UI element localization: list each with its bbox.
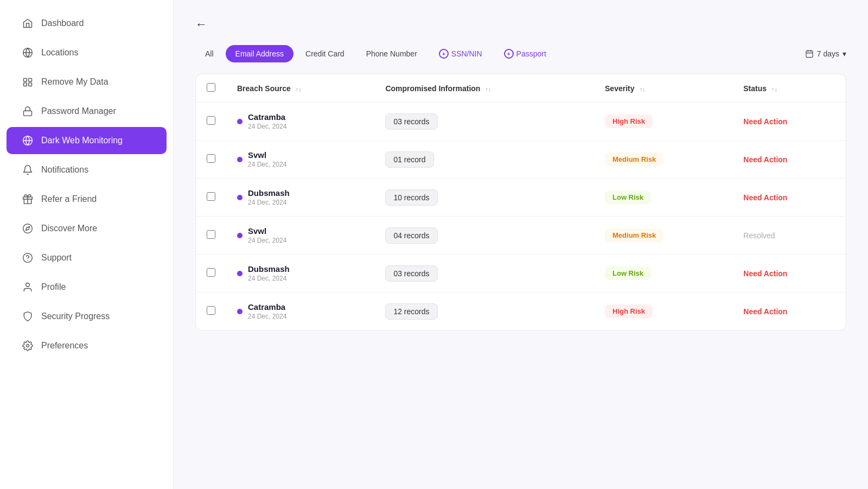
status-label-5: Need Action bbox=[743, 269, 787, 278]
col-breach-source[interactable]: Breach Source ↑↓ bbox=[226, 74, 374, 103]
records-badge-4: 04 records bbox=[385, 227, 437, 244]
source-name-3: Dubsmash bbox=[248, 188, 290, 198]
records-badge-6: 12 records bbox=[385, 303, 437, 320]
status-label-1: Need Action bbox=[743, 117, 787, 126]
date-filter-button[interactable]: 7 days ▾ bbox=[805, 49, 846, 58]
sidebar-label-support: Support bbox=[41, 253, 72, 263]
row-checkbox-cell-2 bbox=[196, 141, 226, 179]
filter-tab-ssn[interactable]: +SSN/NIN bbox=[429, 45, 492, 63]
records-cell-2: 01 record bbox=[374, 141, 594, 179]
severity-badge-3: Low Risk bbox=[605, 190, 651, 204]
compass-icon bbox=[22, 223, 34, 234]
col-compromised-info[interactable]: Compromised Information ↑↓ bbox=[374, 74, 594, 103]
select-all-checkbox[interactable] bbox=[207, 83, 215, 92]
records-cell-5: 03 records bbox=[374, 255, 594, 293]
severity-badge-5: Low Risk bbox=[605, 266, 651, 280]
lock-icon bbox=[22, 105, 34, 117]
status-cell-1: Need Action bbox=[732, 103, 846, 141]
status-label-2: Need Action bbox=[743, 155, 787, 164]
sidebar-item-refer-a-friend[interactable]: Refer a Friend bbox=[7, 186, 167, 213]
sidebar-item-locations[interactable]: Locations bbox=[7, 39, 167, 66]
date-filter-label: 7 days bbox=[817, 49, 839, 58]
row-checkbox-4[interactable] bbox=[207, 230, 215, 239]
records-cell-6: 12 records bbox=[374, 293, 594, 331]
sidebar-item-support[interactable]: Support bbox=[7, 244, 167, 271]
table-row: Catramba 24 Dec, 2024 03 records High Ri… bbox=[196, 103, 846, 141]
table-row: Catramba 24 Dec, 2024 12 records High Ri… bbox=[196, 293, 846, 331]
filter-tabs: AllEmail AddressCredit CardPhone Number+… bbox=[195, 45, 846, 63]
records-badge-1: 03 records bbox=[385, 113, 437, 130]
records-badge-3: 10 records bbox=[385, 189, 437, 206]
sidebar-label-refer-a-friend: Refer a Friend bbox=[41, 194, 97, 204]
sidebar-item-remove-my-data[interactable]: Remove My Data bbox=[7, 68, 167, 96]
source-dot-6 bbox=[237, 309, 242, 314]
row-checkbox-6[interactable] bbox=[207, 306, 215, 315]
sidebar-label-notifications: Notifications bbox=[41, 165, 88, 175]
breach-table: Breach Source ↑↓ Compromised Information… bbox=[196, 74, 846, 330]
svg-rect-4 bbox=[24, 83, 27, 86]
col-severity[interactable]: Severity ↑↓ bbox=[594, 74, 732, 103]
sidebar-label-profile: Profile bbox=[41, 282, 66, 292]
row-checkbox-3[interactable] bbox=[207, 192, 215, 201]
breach-source-cell-6: Catramba 24 Dec, 2024 bbox=[226, 293, 374, 331]
sidebar-item-profile[interactable]: Profile bbox=[7, 274, 167, 301]
row-checkbox-cell-6 bbox=[196, 293, 226, 331]
status-label-3: Need Action bbox=[743, 193, 787, 202]
severity-badge-2: Medium Risk bbox=[605, 153, 663, 166]
sidebar-item-preferences[interactable]: Preferences bbox=[7, 332, 167, 359]
severity-cell-6: High Risk bbox=[594, 293, 732, 331]
chevron-down-icon: ▾ bbox=[843, 49, 846, 58]
filter-tab-all[interactable]: All bbox=[195, 45, 224, 62]
source-name-1: Catramba bbox=[248, 112, 286, 122]
breach-source-cell-3: Dubsmash 24 Dec, 2024 bbox=[226, 179, 374, 217]
premium-icon: + bbox=[504, 49, 514, 59]
sidebar-label-dark-web-monitoring: Dark Web Monitoring bbox=[41, 136, 123, 145]
sidebar-label-locations: Locations bbox=[41, 48, 79, 58]
filter-tab-email[interactable]: Email Address bbox=[226, 45, 293, 62]
severity-cell-2: Medium Risk bbox=[594, 141, 732, 179]
sidebar-item-dashboard[interactable]: Dashboard bbox=[7, 10, 167, 37]
globe-active-icon bbox=[22, 135, 34, 147]
breach-source-cell-5: Dubsmash 24 Dec, 2024 bbox=[226, 255, 374, 293]
sidebar-item-dark-web-monitoring[interactable]: Dark Web Monitoring bbox=[7, 127, 167, 154]
source-dot-3 bbox=[237, 195, 242, 200]
row-checkbox-cell-4 bbox=[196, 217, 226, 255]
svg-point-16 bbox=[27, 345, 29, 347]
row-checkbox-5[interactable] bbox=[207, 268, 215, 277]
row-checkbox-1[interactable] bbox=[207, 116, 215, 125]
col-status[interactable]: Status ↑↓ bbox=[732, 74, 846, 103]
row-checkbox-cell-1 bbox=[196, 103, 226, 141]
sidebar-item-discover-more[interactable]: Discover More bbox=[7, 215, 167, 242]
home-icon bbox=[22, 17, 34, 29]
sidebar-label-password-manager: Password Manager bbox=[41, 106, 116, 116]
row-checkbox-2[interactable] bbox=[207, 154, 215, 163]
bell-icon bbox=[22, 164, 34, 176]
status-cell-5: Need Action bbox=[732, 255, 846, 293]
filter-tab-phone[interactable]: Phone Number bbox=[356, 45, 427, 62]
source-name-2: Svwl bbox=[248, 150, 286, 160]
source-dot-4 bbox=[237, 233, 242, 238]
sidebar-item-security-progress[interactable]: Security Progress bbox=[7, 303, 167, 330]
severity-badge-6: High Risk bbox=[605, 304, 653, 318]
severity-badge-1: High Risk bbox=[605, 115, 653, 128]
sidebar-label-preferences: Preferences bbox=[41, 341, 88, 351]
svg-rect-5 bbox=[29, 83, 32, 86]
source-name-5: Dubsmash bbox=[248, 264, 290, 274]
source-date-2: 24 Dec, 2024 bbox=[248, 161, 286, 168]
back-button[interactable]: ← bbox=[195, 17, 207, 31]
filter-tab-credit-card[interactable]: Credit Card bbox=[296, 45, 354, 62]
status-cell-2: Need Action bbox=[732, 141, 846, 179]
sidebar-item-notifications[interactable]: Notifications bbox=[7, 156, 167, 183]
source-dot-2 bbox=[237, 157, 242, 162]
filter-tab-passport[interactable]: +Passport bbox=[494, 45, 556, 63]
status-cell-3: Need Action bbox=[732, 179, 846, 217]
breach-table-container: Breach Source ↑↓ Compromised Information… bbox=[195, 74, 846, 331]
user-icon bbox=[22, 281, 34, 293]
status-label-4: Resolved bbox=[743, 231, 775, 240]
main-content: ← AllEmail AddressCredit CardPhone Numbe… bbox=[174, 0, 868, 489]
svg-rect-2 bbox=[24, 78, 27, 81]
status-label-6: Need Action bbox=[743, 307, 787, 316]
sidebar-item-password-manager[interactable]: Password Manager bbox=[7, 98, 167, 125]
breach-source-cell-1: Catramba 24 Dec, 2024 bbox=[226, 103, 374, 141]
calendar-icon bbox=[805, 49, 814, 58]
